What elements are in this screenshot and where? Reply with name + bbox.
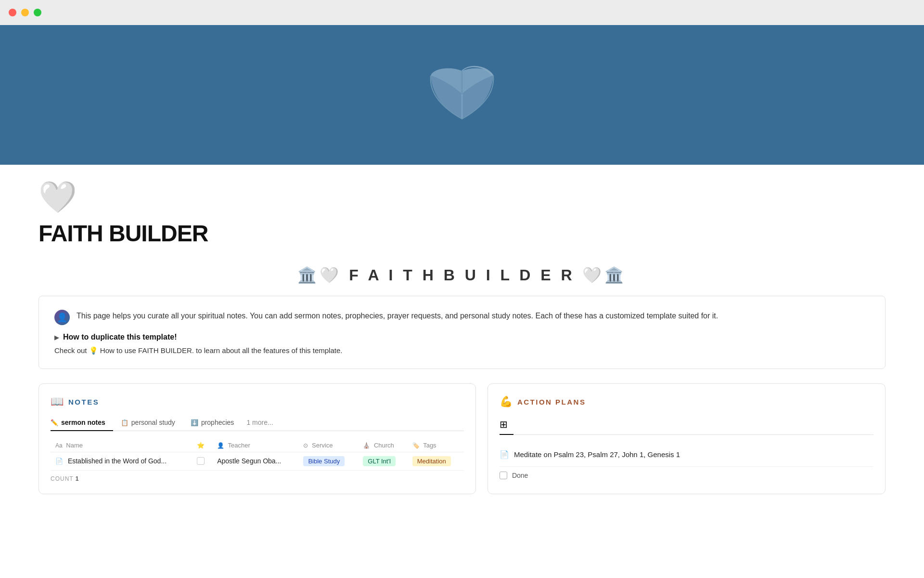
minimize-button[interactable] (21, 9, 29, 16)
row-service: Bible Study (298, 452, 358, 470)
action-tabs: ⊞ (500, 415, 873, 435)
table-row[interactable]: 📄 Established in the Word of God... Apos… (51, 452, 464, 470)
action-grid-tab[interactable]: ⊞ (500, 415, 513, 435)
toggle-label: How to duplicate this template! (63, 333, 177, 342)
hero-banner (0, 25, 924, 165)
sermon-notes-tab-icon: ✏️ (51, 419, 58, 426)
notes-table: Aa Name ⭐ 👤 Teacher ⊙ Service ⛪ Church 🏷… (51, 439, 464, 471)
row-star (192, 452, 212, 470)
col-tags: 🏷️ Tags (408, 439, 464, 452)
col-name: Aa Name (51, 439, 192, 452)
center-heading: 🏛️🤍 F A I T H B U I L D E R 🤍🏛️ (0, 266, 924, 284)
more-tabs-button[interactable]: 1 more... (242, 415, 273, 431)
tab-prophecies[interactable]: ⬇️ prophecies (191, 415, 242, 431)
row-church: GLT Int'l (358, 452, 408, 470)
notes-panel: 📖 NOTES ✏️ sermon notes 📋 personal study… (38, 383, 476, 494)
done-checkbox[interactable] (500, 472, 507, 479)
row-tags: Meditation (408, 452, 464, 470)
done-checkbox-row[interactable]: Done (500, 472, 873, 479)
row-teacher: Apostle Segun Oba... (212, 452, 298, 470)
action-plans-panel: 💪 ACTION PLANS ⊞ 📄 Meditate on Psalm 23,… (488, 383, 886, 494)
action-plans-title: ACTION PLANS (517, 398, 586, 406)
two-col-layout: 📖 NOTES ✏️ sermon notes 📋 personal study… (38, 383, 886, 513)
sermon-notes-tab-label: sermon notes (61, 419, 105, 426)
page-icon: 🤍 (38, 180, 77, 214)
titlebar (0, 0, 924, 25)
col-star: ⭐ (192, 439, 212, 452)
personal-study-tab-label: personal study (131, 419, 175, 426)
page-icon-area: 🤍 (0, 165, 924, 215)
col-service: ⊙ Service (298, 439, 358, 452)
duplicate-toggle[interactable]: ▶ How to duplicate this template! (54, 333, 870, 342)
row-name: 📄 Established in the Word of God... (51, 452, 192, 470)
maximize-button[interactable] (34, 9, 41, 16)
done-label: Done (512, 472, 528, 479)
personal-study-tab-icon: 📋 (121, 419, 128, 426)
notes-panel-title: NOTES (68, 398, 99, 406)
notes-header-icon: 📖 (51, 395, 64, 408)
page-title: FAITH BUILDER (38, 220, 886, 247)
col-teacher: 👤 Teacher (212, 439, 298, 452)
action-plans-header-icon: 💪 (500, 395, 513, 408)
info-box: 👤 This page helps you curate all your sp… (38, 296, 886, 369)
check-out-text: Check out 💡 How to use FAITH BUILDER. to… (54, 346, 870, 355)
action-item: 📄 Meditate on Psalm 23, Psalm 27, John 1… (500, 443, 873, 467)
tab-personal-study[interactable]: 📋 personal study (121, 415, 183, 431)
book-icon (424, 56, 500, 133)
action-item-icon: 📄 (500, 450, 509, 459)
info-avatar: 👤 (54, 310, 70, 325)
close-button[interactable] (9, 9, 16, 16)
notes-tabs: ✏️ sermon notes 📋 personal study ⬇️ prop… (51, 415, 464, 431)
toggle-arrow-icon: ▶ (54, 334, 59, 341)
action-plans-header: 💪 ACTION PLANS (500, 395, 873, 408)
info-description: This page helps you curate all your spir… (77, 310, 718, 322)
col-church: ⛪ Church (358, 439, 408, 452)
prophecies-tab-label: prophecies (201, 419, 234, 426)
prophecies-tab-icon: ⬇️ (191, 419, 198, 426)
count-row: COUNT 1 (51, 475, 464, 482)
action-item-text: Meditate on Psalm 23, Psalm 27, John 1, … (514, 449, 680, 460)
notes-panel-header: 📖 NOTES (51, 395, 464, 408)
tab-sermon-notes[interactable]: ✏️ sermon notes (51, 415, 113, 431)
page-title-area: FAITH BUILDER (0, 215, 924, 261)
